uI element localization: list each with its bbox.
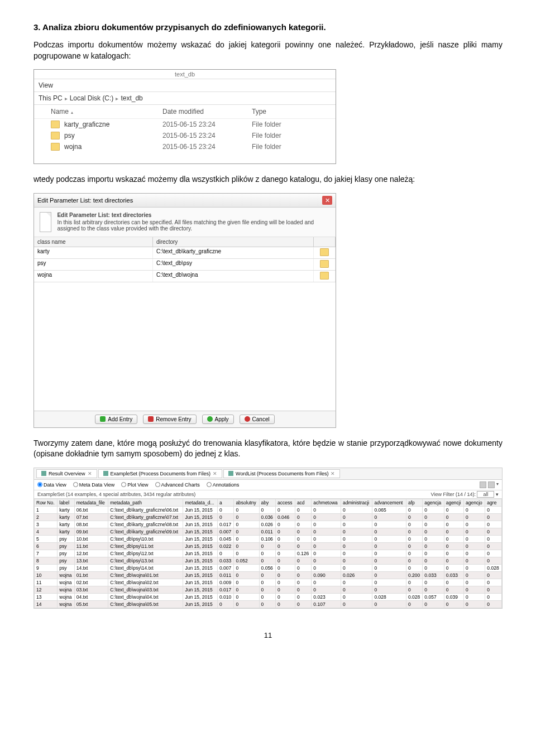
crumb[interactable]: text_db: [121, 94, 142, 102]
paragraph-1: Podczas importu dokumentów możemy wskaza…: [34, 40, 502, 61]
col-header[interactable]: agencja: [423, 499, 444, 506]
menu-view[interactable]: View: [34, 79, 336, 92]
plus-icon: [100, 416, 106, 422]
table-row[interactable]: 3karty08.txtC:\text_db\karty_graficzne\0…: [35, 521, 502, 528]
col-class-name[interactable]: class name: [34, 237, 153, 247]
explorer-screenshot: text_db View This PC▸ Local Disk (C:)▸ t…: [34, 69, 336, 164]
paragraph-2: wtedy podczas importu wskazać możemy dla…: [34, 174, 502, 185]
add-entry-button[interactable]: Add Entry: [95, 415, 137, 424]
col-header[interactable]: agencjo: [464, 499, 485, 506]
table-row[interactable]: 11wojna02.txtC:\text_db\wojna\02.txtJun …: [35, 579, 502, 586]
table-row[interactable]: 10wojna01.txtC:\text_db\wojna\01.txtJun …: [35, 571, 502, 579]
folder-row[interactable]: karty_graficzne2015-06-15 23:24File fold…: [34, 119, 336, 130]
col-header[interactable]: acd: [295, 499, 311, 506]
minus-icon: [148, 416, 154, 422]
radio-data-view[interactable]: Data View: [37, 482, 66, 488]
table-row[interactable]: 7psy12.txtC:\text_db\psy\12.txtJun 15, 2…: [35, 550, 502, 557]
exampleset-meta: ExampleSet (14 examples, 4 special attri…: [37, 492, 195, 497]
x-icon: [245, 416, 250, 422]
col-header[interactable]: Row No.: [35, 499, 58, 506]
table-row[interactable]: 5psy10.txtC:\text_db\psy\10.txtJun 15, 2…: [35, 535, 502, 542]
toolbar-icon[interactable]: [488, 481, 495, 488]
check-icon: [207, 416, 213, 422]
radio-meta-data-view[interactable]: Meta Data View: [73, 482, 114, 488]
chevron-down-icon[interactable]: ▾: [496, 481, 499, 488]
radio-annotations[interactable]: Annotations: [207, 482, 240, 488]
col-header[interactable]: metadata_d...: [183, 499, 217, 506]
table-row[interactable]: 14wojna05.txtC:\text_db\wojna\05.txtJun …: [35, 600, 502, 608]
param-row[interactable]: wojnaC:\text_db\wojna: [34, 271, 336, 282]
folder-icon: [51, 121, 60, 128]
col-header[interactable]: administracji: [341, 499, 372, 506]
tab-exampleset[interactable]: ExampleSet (Process Documents from Files…: [98, 469, 223, 478]
folder-row[interactable]: psy2015-06-15 23:24File folder: [34, 130, 336, 141]
window-title: text_db: [34, 70, 336, 79]
radio-plot-view[interactable]: Plot View: [121, 482, 148, 488]
table-row[interactable]: 12wojna03.txtC:\text_db\wojna\03.txtJun …: [35, 586, 502, 593]
param-row[interactable]: kartyC:\text_db\karty_graficzne: [34, 247, 336, 259]
folder-icon: [51, 132, 60, 139]
table-row[interactable]: 1karty06.txtC:\text_db\karty_graficzne\0…: [35, 506, 502, 513]
col-header[interactable]: metadata_path: [108, 499, 183, 506]
col-header[interactable]: agre: [485, 499, 502, 506]
toolbar-icon[interactable]: [480, 481, 486, 488]
cancel-button[interactable]: Cancel: [240, 415, 275, 424]
table-icon: [228, 471, 233, 476]
table-row[interactable]: 8psy13.txtC:\text_db\psy\13.txtJun 15, 2…: [35, 557, 502, 564]
col-header[interactable]: afp: [406, 499, 422, 506]
close-icon[interactable]: ✕: [322, 196, 332, 205]
breadcrumb[interactable]: This PC▸ Local Disk (C:)▸ text_db: [34, 92, 336, 105]
table-row[interactable]: 13wojna04.txtC:\text_db\wojna\04.txtJun …: [35, 593, 502, 600]
crumb[interactable]: This PC: [39, 94, 63, 102]
col-header[interactable]: agencji: [444, 499, 463, 506]
col-header[interactable]: absolutny: [234, 499, 259, 506]
paragraph-3: Tworzymy zatem dane, które mogą posłużyć…: [34, 438, 502, 460]
tab-wordlist[interactable]: WordList (Process Documents from Files)✕: [223, 469, 340, 478]
dialog-title: Edit Parameter List: text directories: [37, 197, 133, 204]
col-type[interactable]: Type: [252, 108, 308, 115]
col-header[interactable]: a: [217, 499, 233, 506]
page-number: 11: [34, 631, 502, 639]
result-tabs[interactable]: Result Overview✕ ExampleSet (Process Doc…: [34, 468, 502, 480]
radio-advanced-charts[interactable]: Advanced Charts: [155, 482, 200, 488]
tab-result-overview[interactable]: Result Overview✕: [36, 469, 97, 478]
crumb[interactable]: Local Disk (C:): [70, 94, 114, 102]
col-header[interactable]: achmetowa: [312, 499, 341, 506]
col-header[interactable]: aby: [259, 499, 275, 506]
table-row[interactable]: 2karty07.txtC:\text_db\karty_graficzne\0…: [35, 513, 502, 521]
folder-icon[interactable]: [320, 260, 329, 268]
col-header[interactable]: advancement: [372, 499, 406, 506]
col-header[interactable]: label: [58, 499, 74, 506]
table-icon: [41, 471, 46, 476]
col-name[interactable]: Name: [51, 108, 162, 115]
folder-row[interactable]: wojna2015-06-15 23:24File folder: [34, 141, 336, 152]
col-header[interactable]: metadata_file: [74, 499, 108, 506]
remove-entry-button[interactable]: Remove Entry: [143, 415, 196, 424]
result-screenshot: Result Overview✕ ExampleSet (Process Doc…: [34, 468, 502, 609]
dialog-infotext: Edit Parameter List: text directories In…: [57, 212, 330, 232]
document-icon: [40, 212, 51, 232]
table-row[interactable]: 9psy14.txtC:\text_db\psy\14.txtJun 15, 2…: [35, 564, 502, 571]
folder-icon[interactable]: [320, 272, 329, 280]
table-icon: [103, 471, 108, 476]
column-headers[interactable]: Name Date modified Type: [34, 105, 336, 119]
col-header[interactable]: access: [276, 499, 295, 506]
param-row[interactable]: psyC:\text_db\psy: [34, 259, 336, 271]
table-row[interactable]: 4karty09.txtC:\text_db\karty_graficzne\0…: [35, 528, 502, 535]
folder-icon: [51, 143, 60, 151]
view-filter[interactable]: View Filter (14 / 14): all ▾: [431, 492, 499, 497]
folder-icon[interactable]: [320, 248, 329, 256]
apply-button[interactable]: Apply: [202, 415, 234, 424]
dialog-screenshot: Edit Parameter List: text directories ✕ …: [34, 193, 336, 428]
table-row[interactable]: 6psy11.txtC:\text_db\psy\11.txtJun 15, 2…: [35, 542, 502, 550]
col-date[interactable]: Date modified: [162, 108, 252, 115]
col-directory[interactable]: directory: [153, 237, 314, 247]
section-heading: 3. Analiza zbioru dokumentów przypisanyc…: [34, 22, 502, 32]
result-table: Row No.labelmetadata_filemetadata_pathme…: [34, 499, 502, 608]
